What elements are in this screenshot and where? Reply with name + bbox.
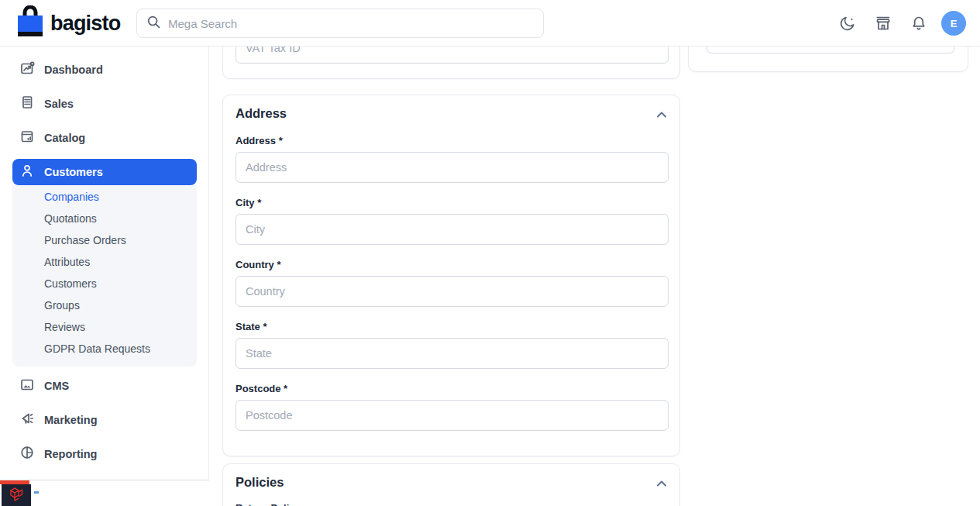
policies-section-title: Policies	[236, 475, 284, 490]
admin-screen: Address Address * City * Country * State…	[0, 0, 980, 506]
sidebar: Dashboard Sales	[0, 46, 209, 506]
sidebar-item-dashboard[interactable]: Dashboard	[0, 53, 209, 87]
reporting-icon	[19, 445, 35, 463]
sidebar-item-label: Reporting	[44, 448, 97, 460]
shopping-bag-icon	[15, 5, 45, 41]
sidebar-item-marketing[interactable]: Marketing	[0, 403, 209, 437]
notifications-button[interactable]	[910, 14, 928, 33]
sidebar-item-cms[interactable]: CMS	[0, 369, 209, 403]
country-field-label: Country *	[236, 259, 669, 271]
submenu-item-companies[interactable]: Companies	[12, 186, 197, 208]
channels-button[interactable]	[874, 14, 892, 33]
sidebar-item-label: Customers	[44, 166, 103, 178]
sidebar-item-reporting[interactable]: Reporting	[0, 437, 209, 471]
submenu-item-reviews[interactable]: Reviews	[12, 316, 197, 338]
sidebar-item-label: Catalog	[44, 132, 85, 144]
marketing-icon	[19, 411, 35, 429]
submenu-item-attributes[interactable]: Attributes	[12, 251, 197, 273]
sales-icon	[19, 95, 35, 113]
sidebar-item-label: Sales	[44, 98, 74, 110]
catalog-icon	[19, 129, 35, 147]
bell-icon	[910, 23, 928, 35]
moon-icon	[838, 23, 857, 35]
submenu-item-quotations[interactable]: Quotations	[12, 208, 197, 229]
laravel-logo-icon	[8, 486, 25, 506]
sidebar-item-catalog[interactable]: Catalog	[0, 121, 209, 155]
address-field-label: Address *	[236, 135, 669, 147]
sidebar-item-sales[interactable]: Sales	[0, 87, 209, 121]
chevron-up-icon	[655, 480, 669, 491]
debugbar-toggle[interactable]	[2, 484, 31, 506]
country-field-group: Country *	[236, 259, 669, 307]
address-section-title: Address	[236, 106, 287, 121]
address-input[interactable]	[236, 152, 669, 183]
sidebar-item-label: Dashboard	[44, 64, 103, 76]
search-icon	[146, 15, 161, 33]
city-input[interactable]	[236, 214, 669, 245]
customers-submenu: Companies Quotations Purchase Orders Att…	[12, 185, 197, 367]
policies-collapse-button[interactable]	[655, 477, 669, 491]
submenu-item-groups[interactable]: Groups	[12, 294, 197, 316]
submenu-item-gdpr-data-requests[interactable]: GDPR Data Requests	[12, 338, 197, 360]
postcode-field-group: Postcode *	[236, 383, 669, 431]
mega-search	[136, 9, 544, 38]
sidebar-item-label: CMS	[44, 380, 69, 392]
chevron-up-icon	[655, 111, 669, 122]
country-input[interactable]	[236, 276, 669, 307]
user-avatar[interactable]: E	[941, 11, 966, 36]
dashboard-icon	[19, 60, 35, 79]
address-field-group: Address *	[236, 135, 669, 183]
city-field-group: City *	[236, 197, 669, 245]
debugbar	[0, 480, 209, 506]
search-input[interactable]	[168, 17, 534, 30]
address-collapse-button[interactable]	[655, 108, 669, 122]
bagisto-logo[interactable]: bagisto	[15, 7, 120, 40]
sidebar-item-label: Marketing	[44, 414, 98, 426]
state-field-label: State *	[236, 321, 669, 333]
dark-mode-button[interactable]	[838, 14, 857, 33]
state-field-group: State *	[236, 321, 669, 369]
postcode-input[interactable]	[236, 400, 669, 431]
submenu-item-customers[interactable]: Customers	[12, 273, 197, 294]
policies-card: Policies Return Policy	[222, 463, 680, 506]
brand-name: bagisto	[50, 12, 120, 36]
customers-icon	[19, 163, 35, 181]
sidebar-item-customers[interactable]: Customers	[12, 159, 197, 185]
city-field-label: City *	[236, 197, 669, 209]
state-input[interactable]	[236, 338, 669, 369]
top-header: bagisto	[0, 0, 980, 46]
return-policy-label: Return Policy	[236, 502, 301, 506]
submenu-item-purchase-orders[interactable]: Purchase Orders	[12, 229, 197, 251]
address-card: Address Address * City * Country * State…	[222, 95, 680, 456]
storefront-icon	[874, 23, 892, 35]
debugbar-open-handle[interactable]	[34, 491, 39, 494]
postcode-field-label: Postcode *	[236, 383, 669, 395]
cms-icon	[19, 377, 35, 395]
